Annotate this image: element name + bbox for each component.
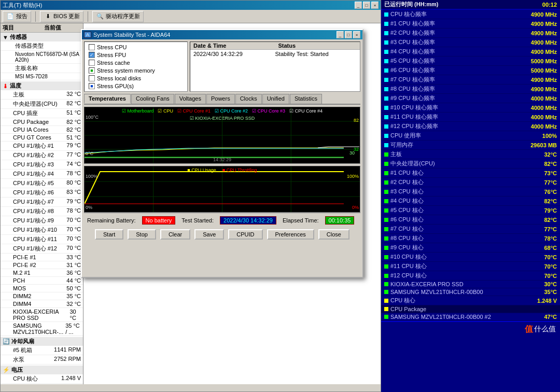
report-icon: 📄: [6, 12, 15, 21]
tree-temp-item[interactable]: CPU 插座51 °C: [1, 109, 83, 118]
preferences-button[interactable]: Preferences: [267, 229, 314, 240]
rp-row-label: #7 CPU 核心: [384, 225, 424, 233]
stress-gpu-checkbox[interactable]: ■: [89, 83, 95, 89]
rp-data-row: #6 CPU 核心频率 5000 MHz: [381, 66, 560, 75]
tree-temp-item[interactable]: CPU #1/核心 #277 °C: [1, 151, 83, 160]
tree-temp-item[interactable]: DIMM235 °C: [1, 292, 83, 300]
tree-temp-header[interactable]: 🌡 温度: [1, 81, 83, 90]
tree-temp-item[interactable]: DIMM432 °C: [1, 300, 83, 308]
rp-row-value: 4000 MHz: [531, 123, 557, 130]
tab-temperatures[interactable]: Temperatures: [84, 94, 131, 104]
rp-icon: [384, 59, 388, 63]
fan-label: 冷却风扇: [11, 338, 34, 345]
rp-icon: [384, 282, 388, 286]
rp-data-row: SAMSUNG MZVL21T0HCLR-00B00 #2 47°C: [381, 313, 560, 321]
tree-temp-item[interactable]: CPU GT Cores51 °C: [1, 134, 83, 142]
start-button[interactable]: Start: [95, 229, 123, 240]
stress-gpu-row: ■ Stress GPU(s): [89, 83, 183, 89]
rp-data-row: CPU 使用率 100%: [381, 131, 560, 141]
rp-data-row: CPU Package: [381, 305, 560, 313]
stress-disk-checkbox[interactable]: [89, 75, 95, 81]
tree-temp-item[interactable]: CPU #1/核心 #1170 °C: [1, 235, 83, 244]
cpu-throttle-legend: ■ CPU Throttling: [222, 167, 257, 173]
stress-cpu-checkbox[interactable]: [89, 44, 95, 50]
close-button[interactable]: Close: [318, 229, 349, 240]
rp-row-label: #4 CPU 核心: [384, 197, 424, 205]
tree-temp-item[interactable]: CPU #1/核心 #374 °C: [1, 160, 83, 170]
tree-temp-item[interactable]: SAMSUNG MZVL21T0HCLR-...35 °C / ...: [1, 322, 83, 336]
stress-cache-checkbox[interactable]: [89, 60, 95, 66]
tree-temp-item[interactable]: CPU #1/核心 #580 °C: [1, 179, 83, 188]
fan-item-1[interactable]: #5 机箱1141 RPM: [1, 346, 83, 355]
driver-label: 驱动程序更新: [106, 12, 140, 20]
tree-temp-item[interactable]: 主板32 °C: [1, 90, 83, 100]
tree-temp-item[interactable]: CPU #1/核心 #878 °C: [1, 207, 83, 216]
rp-header: 已运行时间 (HH:mm) 00:12: [381, 0, 560, 10]
tree-voltage-item[interactable]: CPU 核心1.248 V: [1, 374, 83, 384]
cpuid-button[interactable]: CPUID: [228, 229, 262, 240]
rp-data-row: #5 CPU 核心频率 5000 MHz: [381, 57, 560, 66]
rp-icon: [384, 199, 388, 203]
rp-data-row: #12 CPU 核心 70°C: [381, 271, 560, 281]
tree-board-name[interactable]: 主板名称: [1, 64, 83, 73]
save-button[interactable]: Save: [194, 229, 224, 240]
tree-fan-header[interactable]: 🔄 冷却风扇: [1, 337, 83, 346]
tree-temp-item[interactable]: CPU #1/核心 #1270 °C: [1, 244, 83, 254]
log-status-1: Stability Test: Started: [275, 51, 357, 57]
tab-cooling[interactable]: Cooling Fans: [131, 94, 174, 104]
tree-temp-item[interactable]: CPU #1/核心 #683 °C: [1, 188, 83, 198]
stress-memory-checkbox[interactable]: ■: [89, 67, 95, 74]
tree-sensor-type[interactable]: 传感器类型: [1, 41, 83, 50]
tab-powers[interactable]: Powers: [206, 94, 235, 104]
clear-button[interactable]: Clear: [160, 229, 190, 240]
fan-item-2[interactable]: 水泵2752 RPM: [1, 355, 83, 365]
bios-button[interactable]: ⬇ BIOS 更新: [40, 11, 83, 22]
rp-row-label: CPU 使用率: [384, 132, 421, 139]
tree-voltage-item[interactable]: CPU Aux1.816 V: [1, 384, 83, 384]
tree-temp-item[interactable]: CPU IA Cores82 °C: [1, 126, 83, 134]
tree-temp-item[interactable]: 中央处理器(CPU)82 °C: [1, 100, 83, 109]
tree-temp-item[interactable]: CPU Package82 °C: [1, 118, 83, 126]
tree-voltage-header[interactable]: ⚡ 电压: [1, 366, 83, 374]
tree-temp-item[interactable]: MOS50 °C: [1, 285, 83, 292]
tab-statistics[interactable]: Statistics: [290, 94, 322, 104]
stability-test-dialog: A System Stability Test - AIDA64 _ □ × S…: [81, 29, 363, 278]
tab-clocks[interactable]: Clocks: [235, 94, 262, 104]
tree-temp-item[interactable]: CPU #1/核心 #179 °C: [1, 142, 83, 151]
rp-icon: [384, 134, 388, 138]
dialog-minimize[interactable]: _: [337, 31, 344, 38]
rp-row-value: 68°C: [544, 245, 557, 251]
main-win-controls: _ □ ×: [355, 2, 379, 9]
tree-temp-item[interactable]: KIOXIA-EXCERIA PRO SSD30 °C: [1, 308, 83, 322]
rp-icon: [384, 274, 388, 278]
driver-button[interactable]: 🔍 驱动程序更新: [92, 11, 144, 22]
tree-temp-item[interactable]: PCI-E #231 °C: [1, 261, 83, 269]
tab-unified[interactable]: Unified: [262, 94, 289, 104]
dialog-close[interactable]: ×: [353, 31, 360, 38]
minimize-button[interactable]: _: [355, 2, 362, 9]
expand-icon: ▼: [3, 34, 8, 40]
dialog-maximize[interactable]: □: [345, 31, 352, 38]
temp-icon: 🌡: [3, 83, 8, 89]
stop-button[interactable]: Stop: [128, 229, 156, 240]
rp-row-label: #2 CPU 核心: [384, 178, 424, 186]
tree-temp-item[interactable]: CPU #1/核心 #779 °C: [1, 198, 83, 207]
tree-sensor-header[interactable]: ▼ 传感器: [1, 33, 83, 41]
tree-temp-item[interactable]: PCI-E #133 °C: [1, 254, 83, 261]
rp-data-row: #12 CPU 核心频率 4000 MHz: [381, 122, 560, 131]
tree-temp-item[interactable]: PCH44 °C: [1, 277, 83, 285]
rp-data-row: 主板 32°C: [381, 150, 560, 159]
tree-temp-item[interactable]: CPU #1/核心 #478 °C: [1, 170, 83, 179]
tree-temp-item[interactable]: CPU #1/核心 #1070 °C: [1, 226, 83, 235]
legend-core2: ☑ CPU Core #2: [215, 108, 248, 114]
maximize-button[interactable]: □: [363, 2, 370, 9]
tree-temp-item[interactable]: CPU #1/核心 #970 °C: [1, 216, 83, 226]
chart-legend: ☑ Motherboard ☑ CPU ☑ CPU Core #1 ☑ CPU …: [122, 108, 323, 114]
stress-fpu-checkbox[interactable]: ✓: [89, 52, 95, 58]
cpu-usage-value: 100%: [347, 174, 359, 179]
tree-temp-item[interactable]: M.2 #136 °C: [1, 269, 83, 277]
report-button[interactable]: 📄 报告: [3, 11, 31, 22]
log-header: Date & Time Status: [190, 42, 360, 50]
tab-voltages[interactable]: Voltages: [175, 94, 206, 104]
close-button[interactable]: ×: [371, 2, 379, 9]
